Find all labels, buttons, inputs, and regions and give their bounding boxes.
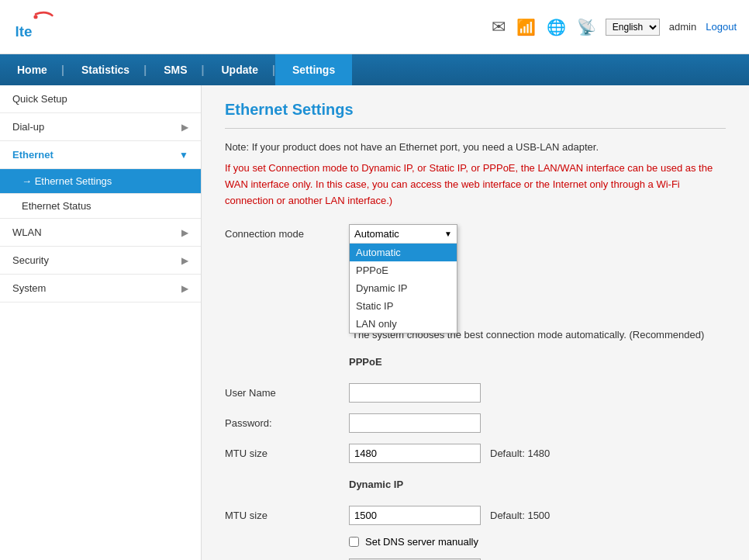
username-label: User Name xyxy=(225,387,349,399)
pppoe-label: PPPoE xyxy=(349,356,382,368)
connection-mode-label: Connection mode xyxy=(225,228,349,240)
mtu-pppoe-default: Default: 1480 xyxy=(490,448,550,459)
sidebar-ethernet-label: Ethernet xyxy=(12,149,54,161)
wifi-icon[interactable]: 📡 xyxy=(577,18,596,36)
mtu-dynamic-default: Default: 1500 xyxy=(490,510,550,521)
dns-manual-row: Set DNS server manually xyxy=(349,536,726,548)
nav-item-settings[interactable]: Settings xyxy=(275,54,352,85)
chevron-down-icon: ▼ xyxy=(179,150,188,161)
logout-button[interactable]: Logout xyxy=(706,21,737,33)
sidebar-ethernet-status-label: Ethernet Status xyxy=(22,200,91,212)
dynamic-ip-label: Dynamic IP xyxy=(349,479,403,490)
mtu-pppoe-input[interactable]: 1480 xyxy=(349,444,481,463)
username-input[interactable] xyxy=(349,383,481,403)
signal-icon: 📶 xyxy=(516,18,536,36)
chevron-right-icon-wlan: ▶ xyxy=(181,227,188,238)
password-input[interactable] xyxy=(349,413,481,433)
logo: lte xyxy=(12,8,59,47)
header-icons: ✉ 📶 🌐 📡 xyxy=(492,17,596,37)
note-text: Note: If your product does not have an E… xyxy=(225,141,726,153)
svg-text:lte: lte xyxy=(15,23,32,40)
chevron-right-icon-security: ▶ xyxy=(181,255,188,266)
nav-item-sms[interactable]: SMS xyxy=(147,54,204,85)
globe-icon[interactable]: 🌐 xyxy=(547,18,566,36)
dns-manual-label: Set DNS server manually xyxy=(365,536,478,548)
connection-mode-row: Connection mode Automatic ▼ Automatic ▼ … xyxy=(225,224,726,244)
sidebar-security-label: Security xyxy=(12,254,49,266)
svg-point-0 xyxy=(33,15,37,19)
dropdown-option-pppoe[interactable]: PPPoE xyxy=(350,261,457,279)
pppoe-section-label-row: PPPoE xyxy=(225,351,726,372)
username-row: User Name xyxy=(225,383,726,403)
connection-mode-container: Automatic ▼ Automatic ▼ Automatic PPPoE … xyxy=(349,224,457,244)
sidebar-quick-setup-label: Quick Setup xyxy=(12,93,67,105)
header: lte ✉ 📶 🌐 📡 English admin Logout xyxy=(0,0,749,54)
chevron-right-icon: ▶ xyxy=(181,122,188,133)
dropdown-option-lan-only[interactable]: LAN only xyxy=(350,315,457,333)
sidebar-ethernet-settings-label: Ethernet Settings xyxy=(35,175,112,187)
language-select[interactable]: English xyxy=(606,19,660,36)
mtu-dynamic-label: MTU size xyxy=(225,510,349,521)
dropdown-option-dynamic-ip[interactable]: Dynamic IP xyxy=(350,279,457,297)
mtu-pppoe-row: MTU size 1480 Default: 1480 xyxy=(225,444,726,463)
main-content: Ethernet Settings Note: If your product … xyxy=(202,85,749,560)
dropdown-arrow-up-icon: ▼ xyxy=(444,230,452,238)
mtu-dynamic-row: MTU size 1500 Default: 1500 xyxy=(225,506,726,525)
sidebar-sub-ethernet-settings[interactable]: Ethernet Settings xyxy=(0,169,201,194)
nav-item-home[interactable]: Home xyxy=(0,54,64,85)
sidebar: Quick Setup Dial-up ▶ Ethernet ▼ Etherne… xyxy=(0,85,202,560)
dropdown-current-value: Automatic xyxy=(354,228,399,240)
sidebar-item-quick-setup[interactable]: Quick Setup xyxy=(0,85,201,113)
warning-text: If you set Connection mode to Dynamic IP… xyxy=(225,161,726,209)
nav-item-statistics[interactable]: Statistics xyxy=(64,54,147,85)
main-nav: Home Statistics SMS Update Settings xyxy=(0,54,749,85)
dropdown-header: Automatic ▼ xyxy=(350,225,457,244)
mail-icon[interactable]: ✉ xyxy=(492,17,506,37)
mtu-pppoe-label: MTU size xyxy=(225,448,349,459)
sidebar-dialup-label: Dial-up xyxy=(12,121,44,133)
dropdown-option-automatic[interactable]: Automatic xyxy=(350,244,457,261)
sidebar-item-security[interactable]: Security ▶ xyxy=(0,247,201,275)
nav-item-update[interactable]: Update xyxy=(205,54,275,85)
mtu-dynamic-input[interactable]: 1500 xyxy=(349,506,481,525)
header-right: ✉ 📶 🌐 📡 English admin Logout xyxy=(492,17,737,37)
dynamic-ip-section-label-row: Dynamic IP xyxy=(225,474,726,495)
layout: Quick Setup Dial-up ▶ Ethernet ▼ Etherne… xyxy=(0,85,749,560)
sidebar-item-ethernet[interactable]: Ethernet ▼ xyxy=(0,141,201,169)
page-title: Ethernet Settings xyxy=(225,101,726,129)
dns-manual-checkbox[interactable] xyxy=(349,537,359,547)
password-row: Password: xyxy=(225,413,726,433)
username-label: admin xyxy=(669,21,696,33)
sidebar-item-dialup[interactable]: Dial-up ▶ xyxy=(0,113,201,141)
sidebar-item-wlan[interactable]: WLAN ▶ xyxy=(0,219,201,247)
sidebar-sub-ethernet-status[interactable]: Ethernet Status xyxy=(0,194,201,219)
password-label: Password: xyxy=(225,417,349,429)
sidebar-system-label: System xyxy=(12,282,46,294)
lte-logo: lte xyxy=(12,8,59,47)
dropdown-option-static-ip[interactable]: Static IP xyxy=(350,297,457,315)
connection-mode-dropdown: Automatic ▼ Automatic PPPoE Dynamic IP S… xyxy=(349,224,457,334)
chevron-right-icon-system: ▶ xyxy=(181,283,188,294)
sidebar-item-system[interactable]: System ▶ xyxy=(0,275,201,302)
sidebar-wlan-label: WLAN xyxy=(12,226,42,238)
